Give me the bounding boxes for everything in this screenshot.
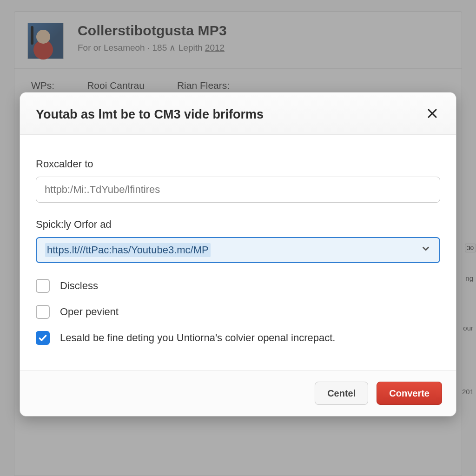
option-discless-label: Discless <box>60 280 98 292</box>
check-icon <box>38 333 47 343</box>
cancel-button[interactable]: Centel <box>315 382 368 405</box>
convert-button-label: Converte <box>389 388 430 399</box>
close-button[interactable] <box>424 106 440 122</box>
field-source: Roxcalder to <box>36 158 440 203</box>
source-url-input[interactable] <box>36 177 440 203</box>
option-oper-pevient[interactable]: Oper pevient <box>36 305 440 319</box>
option-lesald[interactable]: Lesald be fine deting you Untiorna's col… <box>36 331 440 345</box>
checkbox-discless[interactable] <box>36 279 50 293</box>
option-lesald-label: Lesald be fine deting you Untiorna's col… <box>60 332 335 344</box>
close-icon <box>427 108 438 121</box>
convert-button[interactable]: Converte <box>377 382 442 405</box>
option-discless[interactable]: Discless <box>36 279 440 293</box>
modal-title: Youtab as lmt be to CM3 vide briforms <box>36 107 264 122</box>
modal-header: Youtab as lmt be to CM3 vide briforms <box>20 93 456 135</box>
output-combobox-value: https.lt///ttPac:has/Youtube3.mc/MP <box>45 243 211 257</box>
checkbox-oper-pevient[interactable] <box>36 305 50 319</box>
cancel-button-label: Centel <box>327 388 356 399</box>
options-group: Discless Oper pevient Lesald be fine det… <box>36 279 440 345</box>
field-source-label: Roxcalder to <box>36 158 440 170</box>
field-output: Spick:ly Orfor ad https.lt///ttPac:has/Y… <box>36 218 440 263</box>
modal-footer: Centel Converte <box>20 370 456 416</box>
chevron-down-icon <box>421 244 431 257</box>
option-oper-pevient-label: Oper pevient <box>60 306 119 318</box>
modal-body: Roxcalder to Spick:ly Orfor ad https.lt/… <box>20 135 456 370</box>
output-combobox[interactable]: https.lt///ttPac:has/Youtube3.mc/MP <box>36 237 440 263</box>
checkbox-lesald[interactable] <box>36 331 50 345</box>
convert-modal: Youtab as lmt be to CM3 vide briforms Ro… <box>20 92 456 416</box>
field-output-label: Spick:ly Orfor ad <box>36 218 440 231</box>
